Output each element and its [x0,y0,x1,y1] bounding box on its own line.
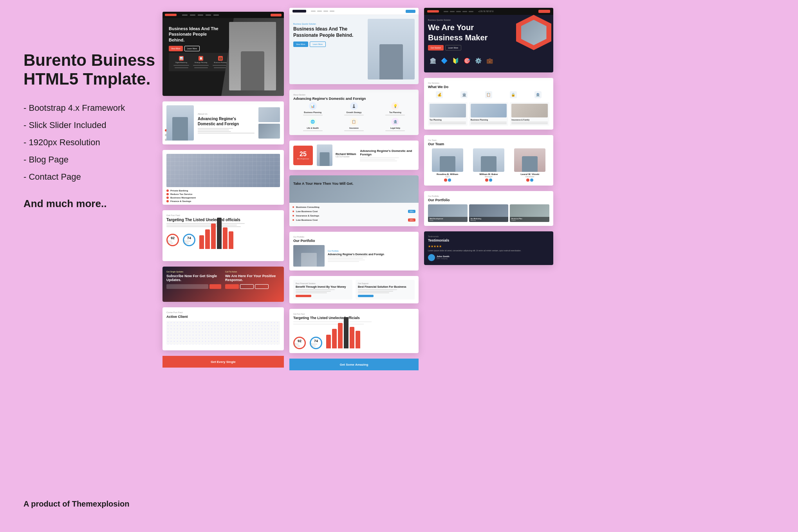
hero3-cta-primary[interactable]: Get Started [428,45,444,50]
consult-badge-red: 100+ [408,218,415,222]
social-icon-fb3[interactable] [526,179,529,182]
portfolio-overlay-2: Seo Marketing Marketing [469,217,509,222]
advancing2-small-label: About Section [293,94,415,96]
testimonials-small-label: Testimonials [428,235,549,238]
hero-buttons: View More Learn More [169,46,278,51]
icon-desc [344,130,364,131]
partner-icon: 🔰 [452,58,459,64]
money-icon: 💰 [436,91,443,98]
portfolio-panel-2: Our Portfolio Our Portfolio Our Portfoli… [289,232,419,271]
hero2-buttons: View More Learn More [293,41,368,47]
advancing-desc [198,128,255,133]
social-icon-fb2[interactable] [485,179,488,182]
email-input-field[interactable] [166,284,208,289]
portfolio-cat-1: Design [430,220,466,221]
mini-image-2 [258,124,280,139]
business-planning-icon: 💼 [218,56,223,61]
icon-desc [385,130,405,131]
consult-badge: 200+ [408,210,415,213]
social-icon-tw2[interactable] [489,179,492,182]
testimonials-heading: Testimonials [428,238,549,242]
bar [350,327,354,348]
service-cards-grid: Tax Planning Business Planning [428,102,549,126]
team-panel: Our Team Our Team Rosalina B. William CE… [424,135,553,186]
content-line [360,159,395,160]
building-image [166,154,280,187]
what-we-do-heading: What We Do [428,85,549,89]
bar [223,227,227,249]
document-icon: 📋 [485,91,492,98]
phone-number: +179 76 787 87 8 [478,10,493,13]
star-rating: ★★★★★ [428,245,549,248]
subscribe-button[interactable] [209,284,221,289]
content-line [293,321,372,322]
desc-line [296,292,327,293]
nav-link [462,11,467,12]
hero2-cta-primary[interactable]: View More [293,41,308,47]
cta-button-nav[interactable] [271,14,282,16]
bullet-icon [166,193,169,195]
cta-button-nav-3[interactable] [538,10,550,13]
strategic-label: Strategic Planning [195,61,207,63]
ig-item-finance: 🏦 [526,91,549,99]
cta-button-outline2[interactable] [255,284,269,289]
column-2: Business Quarter Solution Business Ideas… [289,8,419,370]
service-label: Private Banking [170,189,188,192]
bullet-icon [166,200,169,202]
cta-button-outline[interactable] [240,284,254,289]
partner-icon: 🎯 [464,58,470,64]
portfolio2-small-label: Our Portfolio [293,236,415,238]
hero2-content: Business Quarter Solution Business Ideas… [289,15,419,84]
digital-marketing-label: Digital Marketing [175,61,187,63]
feature-slider: Slick Slider Included [23,120,172,130]
service-finance: Finance & Savings [166,200,280,202]
portfolio-overlay-3: Business Plan Finance [510,217,549,222]
finance-small-label-1: Best Financial Solution [296,282,350,285]
service-card-title-3: Insurance & Family [511,119,548,121]
experience-label: More Experience [297,158,309,160]
get-support-link[interactable] [296,295,311,297]
profile-name: Richard William [336,153,356,155]
service-card-image-1 [430,104,466,117]
service-private-banking: Private Banking [166,189,280,192]
subscribe-left: Get Single Updates Subscribe Now For Get… [166,271,221,298]
nav-link [311,11,316,12]
hero3-cta-secondary[interactable]: Learn More [445,45,462,50]
sc-line [471,123,507,124]
nav-bar-2 [289,8,419,15]
nav-link [317,11,322,12]
icon-label: Growth Strategy [347,111,362,114]
icon-label: Life & Health [307,127,319,129]
and-more-text: And much more.. [23,198,172,210]
left-panel: Burento Buiness HTML5 Tmplate. Bootstrap… [23,51,172,210]
get-support-link-2[interactable] [358,295,374,297]
social-icon-tw[interactable] [448,179,451,182]
logo-1 [165,14,177,16]
cta-button-nav-2[interactable] [406,10,415,13]
hero-cta-primary[interactable]: View More [169,46,183,51]
finance-heading-1: Benefit Through Invest By Your Money [296,285,350,288]
consult-label: Insurance & Savings [296,215,319,217]
social-icon-tw3[interactable] [530,179,533,182]
bar-column [356,331,360,349]
desc-line [358,292,389,293]
cta-button-red[interactable] [225,284,239,289]
bottom-label-text-2: Get Some Amazing [340,363,368,366]
tax-planning-icon: 💡 [391,102,399,110]
hero-hexagon [516,15,551,50]
nav-link [330,11,334,12]
hero2-cta-secondary[interactable]: Learn More [310,41,326,47]
hero2-text: Business Quarter Solution Business Ideas… [293,19,368,80]
social-icon-fb[interactable] [444,179,447,182]
content-line [360,157,399,158]
bar [205,229,210,249]
team-heading: Our Team [428,142,549,146]
hero-cta-secondary[interactable]: Learn More [184,46,200,51]
desc-line [198,130,229,130]
partner-icon: 🔷 [441,58,448,64]
hex-outer [516,15,551,50]
icon-label: Business Planning [304,111,321,114]
advancing2-icons-grid: 📊 Business Planning ♟️ Growth Strategy 💡… [293,102,415,131]
desc-line [198,131,231,132]
feature-contact: Contact Page [23,172,172,182]
